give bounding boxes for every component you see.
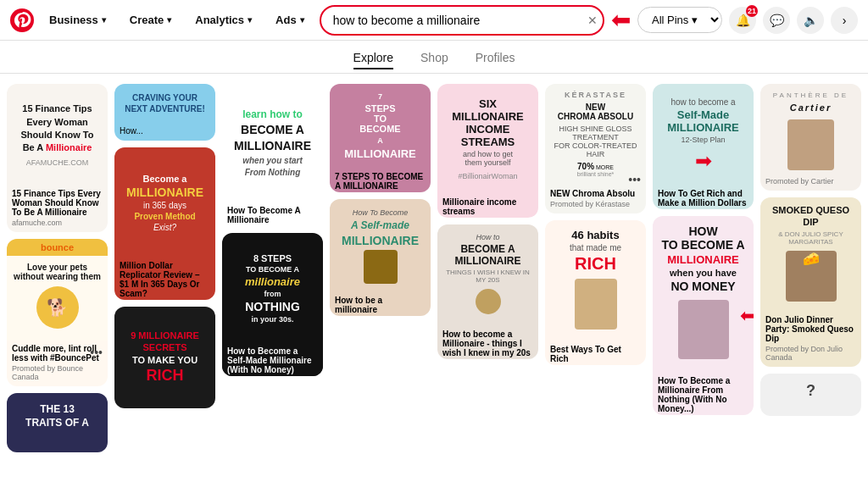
create-caret: ▾ bbox=[167, 15, 171, 25]
pins-container: 15 Finance Tips Every Woman Should Know … bbox=[0, 74, 868, 493]
howmoney-arrow: ⬅ bbox=[740, 305, 754, 327]
pin-queso[interactable]: SMOKED QUESO DIP & DON JULIO SPICY MARGA… bbox=[760, 197, 861, 367]
analytics-menu[interactable]: Analytics ▾ bbox=[186, 8, 260, 31]
notifications-button[interactable]: 🔔 21 bbox=[729, 7, 756, 34]
all-pins-dropdown[interactable]: All Pins ▾ bbox=[637, 7, 722, 33]
pin-8steps[interactable]: 8 STEPS TO BECOME A millionaire from NOT… bbox=[222, 233, 323, 376]
search-input[interactable] bbox=[320, 5, 604, 36]
pinterest-logo[interactable] bbox=[10, 8, 34, 32]
pin-46habits[interactable]: 46 habits that made me RICH Best Ways To… bbox=[545, 220, 646, 365]
masonry-grid: 15 Finance Tips Every Woman Should Know … bbox=[7, 84, 861, 452]
pin-finance-tips[interactable]: 15 Finance Tips Every Woman Should Know … bbox=[7, 84, 108, 232]
pin-howmoney[interactable]: HOWTO BECOME A MILLIONAIRE when you have… bbox=[653, 216, 754, 415]
pin-7steps[interactable]: 7 STEPSTOBECOME A MILLIONAIRE 7 STEPS TO… bbox=[330, 84, 431, 192]
pin-cartier[interactable]: PANTHÈRE DE Cartier Promoted by Cartier bbox=[760, 84, 861, 191]
tab-shop[interactable]: Shop bbox=[420, 47, 448, 69]
selfmade-arrow: ➡ bbox=[659, 149, 747, 173]
alerts-button[interactable]: 🔈 bbox=[797, 7, 824, 34]
tab-profiles[interactable]: Profiles bbox=[476, 47, 515, 69]
pin-help[interactable]: ? bbox=[760, 374, 861, 416]
pin-six-streams[interactable]: SIXMILLIONAIREINCOMESTREAMS and how to g… bbox=[437, 84, 538, 218]
business-caret: ▾ bbox=[102, 15, 106, 25]
pin-craving[interactable]: CRAVING YOUR NEXT ADVENTURE! How... bbox=[114, 84, 215, 141]
create-menu[interactable]: Create ▾ bbox=[121, 8, 180, 31]
search-clear-button[interactable]: ✕ bbox=[587, 14, 598, 27]
ads-menu[interactable]: Ads ▾ bbox=[267, 8, 313, 31]
search-bar-container: ✕ bbox=[320, 5, 604, 36]
top-navigation: Business ▾ Create ▾ Analytics ▾ Ads ▾ ✕ … bbox=[0, 0, 868, 41]
messages-button[interactable]: 💬 bbox=[763, 7, 790, 34]
more-options-button[interactable]: › bbox=[831, 7, 858, 34]
pin-become-things[interactable]: How to BECOME AMILLIONAIRE THINGS I WISH… bbox=[437, 224, 538, 359]
pin-become-millionaire[interactable]: Become a MILLIONAIRE in 365 days Proven … bbox=[114, 147, 215, 300]
notification-badge: 21 bbox=[746, 5, 758, 17]
pin-more-icon[interactable]: ••• bbox=[90, 346, 103, 359]
pin-9secrets[interactable]: 9 MILLIONAIRE SECRETS TO MAKE YOU RICH bbox=[114, 307, 215, 408]
ads-caret: ▾ bbox=[300, 15, 304, 25]
pin-bounce[interactable]: bounce Love your pets without wearing th… bbox=[7, 239, 108, 386]
pin-howto-selfmade[interactable]: How To Become A Self-made MILLIONAIRE Ho… bbox=[330, 199, 431, 316]
tabs-bar: Explore Shop Profiles bbox=[0, 41, 868, 74]
tab-explore[interactable]: Explore bbox=[353, 47, 393, 69]
kerastase-more-icon[interactable]: ••• bbox=[628, 173, 641, 186]
pin-traits[interactable]: THE 13TRAITS OF A bbox=[7, 393, 108, 452]
pin-kerastase[interactable]: KÉRASTASE NEWCHROMA ABSOLU HIGH SHINE GL… bbox=[545, 84, 646, 213]
pin-selfmade[interactable]: how to become a Self-MadeMILLIONAIRE 12-… bbox=[653, 84, 754, 209]
pin-learn[interactable]: learn how to BECOME AMILLIONAIRE when yo… bbox=[222, 84, 323, 226]
search-arrow-indicator: ⬅ bbox=[611, 6, 631, 34]
business-menu[interactable]: Business ▾ bbox=[41, 8, 114, 31]
analytics-caret: ▾ bbox=[248, 15, 252, 25]
nav-right-area: All Pins ▾ 🔔 21 💬 🔈 › bbox=[637, 7, 858, 34]
